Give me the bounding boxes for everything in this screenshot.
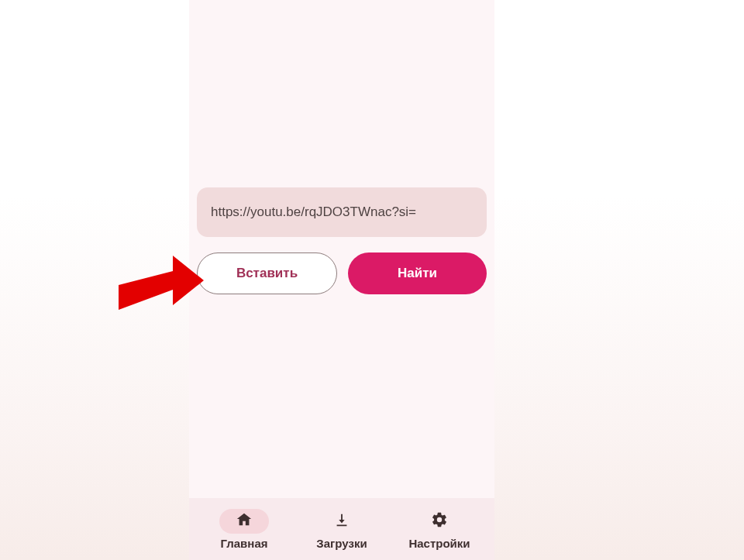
- nav-home-label: Главная: [220, 537, 267, 550]
- download-icon-wrap: [317, 509, 367, 534]
- home-icon: [236, 511, 253, 531]
- home-icon-wrap: [219, 509, 269, 534]
- paste-button[interactable]: Вставить: [197, 253, 337, 294]
- download-icon: [333, 511, 350, 531]
- app-screen: Вставить Найти Главная Загрузки: [189, 0, 494, 560]
- nav-downloads[interactable]: Загрузки: [293, 509, 391, 550]
- nav-home[interactable]: Главная: [195, 509, 293, 550]
- main-area: Вставить Найти: [189, 0, 494, 498]
- button-row: Вставить Найти: [197, 253, 487, 294]
- gear-icon: [431, 511, 448, 531]
- bottom-nav: Главная Загрузки Настройки: [189, 498, 494, 560]
- nav-downloads-label: Загрузки: [316, 537, 367, 550]
- gear-icon-wrap: [415, 509, 464, 534]
- find-button[interactable]: Найти: [348, 253, 487, 294]
- url-input[interactable]: [197, 187, 487, 237]
- nav-settings[interactable]: Настройки: [391, 509, 488, 550]
- nav-settings-label: Настройки: [408, 537, 470, 550]
